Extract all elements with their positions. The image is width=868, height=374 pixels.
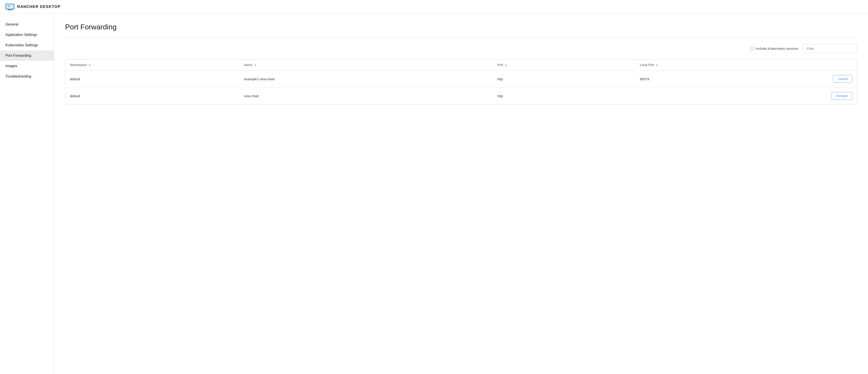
sidebar-item-troubleshooting[interactable]: Troubleshooting [0,71,54,82]
include-kubernetes-checkbox[interactable] [750,47,754,51]
toolbar: Include Kubernetes services [65,44,857,53]
cancel-button[interactable]: Cancel [833,75,852,83]
app-logo [5,3,14,10]
col-header-name[interactable]: Name ⇅ [239,59,493,70]
content-divider [65,37,857,38]
sort-icon-local-port: ⇅ [656,64,658,67]
sidebar-item-kubernetes-settings[interactable]: Kubernetes Settings [0,40,54,51]
col-header-namespace[interactable]: Namespace ⇅ [65,59,239,70]
table-row: default example1-new-chart http 56379 Ca… [65,70,857,88]
cell-namespace-1: default [65,88,239,104]
col-header-local-port[interactable]: Local Port ⇅ [635,59,778,70]
table-header-row: Namespace ⇅ Name ⇅ Port ⇅ Local Port [65,59,857,70]
cell-name-0: example1-new-chart [239,70,493,88]
port-forwarding-table: Namespace ⇅ Name ⇅ Port ⇅ Local Port [65,59,857,104]
sidebar-item-images[interactable]: Images [0,61,54,71]
main-content: Port Forwarding Include Kubernetes servi… [54,14,868,374]
cell-action-1: Forward [778,88,857,104]
col-header-port[interactable]: Port ⇅ [493,59,635,70]
cell-action-0: Cancel [778,70,857,88]
cell-name-1: new-chart [239,88,493,104]
sort-icon-name: ⇅ [254,64,256,67]
filter-input[interactable] [803,44,857,53]
cell-local-port-0: 56379 [635,70,778,88]
sort-icon-port: ⇅ [505,64,507,67]
col-header-action [778,59,857,70]
include-kubernetes-label[interactable]: Include Kubernetes services [750,46,798,51]
cell-port-1: http [493,88,635,104]
cell-port-0: http [493,70,635,88]
sort-icon-namespace: ⇅ [89,64,91,67]
cell-local-port-1 [635,88,778,104]
sidebar-item-general[interactable]: General [0,19,54,30]
page-title: Port Forwarding [65,23,857,31]
table-row: default new-chart http Forward [65,88,857,104]
app-title: RANCHER DESKTOP [17,4,61,9]
sidebar-item-port-forwarding[interactable]: Port Forwarding [0,51,54,61]
sidebar: General Application Settings Kubernetes … [0,14,54,374]
sidebar-item-application-settings[interactable]: Application Settings [0,30,54,40]
svg-rect-1 [7,5,13,8]
app-body: General Application Settings Kubernetes … [0,14,868,374]
app-header: RANCHER DESKTOP [0,0,868,14]
forward-button[interactable]: Forward [831,92,852,100]
cell-namespace-0: default [65,70,239,88]
